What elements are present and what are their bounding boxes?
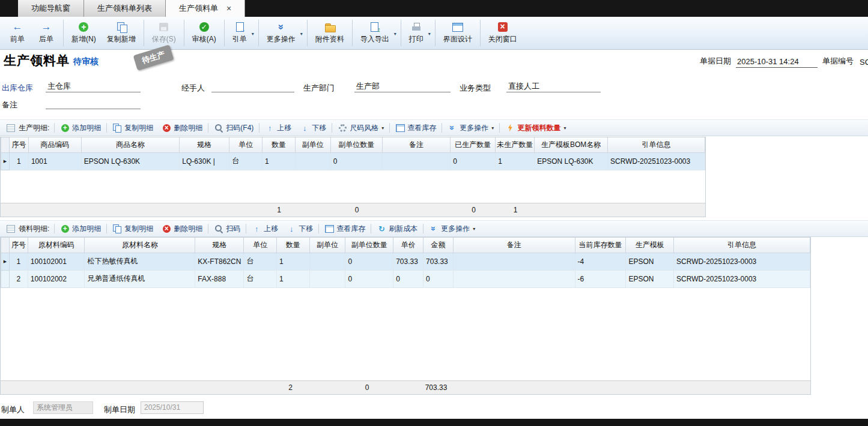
business-type-field[interactable]: 直接人工 <box>506 80 601 92</box>
table-cell[interactable]: 1 <box>496 152 535 170</box>
table-cell[interactable]: EPSON <box>626 270 674 287</box>
column-header[interactable]: 生产模板BOM名称 <box>535 137 608 152</box>
tab-function-nav[interactable]: 功能导航窗 <box>18 0 84 17</box>
doc-date-field[interactable]: 2025-10-31 14:24 <box>736 57 818 68</box>
table-cell[interactable]: LQ-630K | <box>180 152 229 170</box>
table-cell[interactable]: 台 <box>244 270 277 287</box>
table-cell[interactable]: EPSON LQ-630K <box>535 152 608 170</box>
table-cell[interactable]: 703.33 <box>423 253 454 270</box>
table-cell[interactable] <box>309 270 345 287</box>
column-header[interactable]: 单位 <box>229 137 263 152</box>
production-tool-view-stock[interactable]: 查看库存 <box>391 121 440 134</box>
column-header[interactable]: 未生产数量 <box>496 137 535 152</box>
toolbar-button-import-export[interactable]: 导入导出▾ <box>356 19 398 48</box>
material-tool-refresh-cost[interactable]: 刷新成本 <box>372 222 422 235</box>
table-cell[interactable]: KX-FT862CN <box>195 253 244 270</box>
toolbar-button-print[interactable]: 打印▾ <box>404 19 432 48</box>
close-tab-icon[interactable]: × <box>226 4 231 13</box>
material-tool-move-up[interactable]: 上移 <box>247 222 282 235</box>
column-header[interactable]: 备注 <box>454 238 575 253</box>
table-cell[interactable] <box>454 270 575 287</box>
production-tool-move-down[interactable]: 下移 <box>296 121 330 134</box>
table-cell[interactable]: 1 <box>277 270 310 287</box>
table-cell[interactable]: 1 <box>9 253 28 270</box>
table-cell[interactable]: -4 <box>575 253 626 270</box>
column-header[interactable]: 副单位 <box>309 238 345 253</box>
toolbar-button-copy-add[interactable]: 复制新增 <box>102 19 141 48</box>
handler-field[interactable] <box>211 80 294 92</box>
toolbar-button-close-window[interactable]: 关闭窗口 <box>484 19 522 48</box>
column-header[interactable]: 生产模板 <box>626 238 674 253</box>
warehouse-field[interactable]: 主仓库 <box>46 80 141 92</box>
table-cell[interactable] <box>454 253 575 270</box>
column-header[interactable]: 原材料编码 <box>28 238 85 253</box>
toolbar-button-more-actions[interactable]: 更多操作▾ <box>262 19 304 48</box>
tab-requisition-form[interactable]: 生产领料单 × <box>166 0 245 17</box>
toolbar-button-next[interactable]: 后单 <box>32 19 60 48</box>
column-header[interactable]: 已生产数量 <box>451 137 496 152</box>
column-header[interactable]: 引单信息 <box>674 238 810 253</box>
column-header[interactable]: 序号 <box>9 238 28 253</box>
doc-no-field[interactable]: SC <box>858 58 868 68</box>
column-header[interactable]: 金额 <box>423 238 454 253</box>
column-header[interactable]: 副单位数量 <box>330 137 382 152</box>
column-header[interactable]: 副单位 <box>295 137 330 152</box>
production-tool-more-ops[interactable]: 更多操作▾ <box>443 121 498 134</box>
table-cell[interactable]: 1001 <box>28 152 81 170</box>
table-cell[interactable]: 0 <box>451 152 496 170</box>
material-tool-more-ops[interactable]: 更多操作▾ <box>425 222 479 235</box>
table-cell[interactable] <box>309 253 345 270</box>
column-header[interactable]: 规格 <box>195 238 244 253</box>
production-tool-scan[interactable]: 扫码(F4) <box>210 121 258 134</box>
remark-field[interactable] <box>46 97 141 109</box>
table-cell[interactable]: 0 <box>423 270 454 287</box>
material-tool-delete-detail[interactable]: 删除明细 <box>157 222 207 235</box>
table-cell[interactable]: EPSON LQ-630K <box>81 152 180 170</box>
column-header[interactable]: 数量 <box>277 238 310 253</box>
toolbar-button-pull-order[interactable]: 引单▾ <box>228 19 255 48</box>
table-cell[interactable]: 松下热敏传真机 <box>85 253 195 270</box>
production-tool-move-up[interactable]: 上移 <box>261 121 296 134</box>
table-cell[interactable]: 台 <box>244 253 277 270</box>
production-tool-update-qty[interactable]: 更新领料数量▾ <box>501 121 570 134</box>
toolbar-button-ui-design[interactable]: 界面设计 <box>439 19 477 48</box>
column-header[interactable]: 数量 <box>263 137 296 152</box>
production-tool-add-detail[interactable]: 添加明细 <box>56 121 105 134</box>
column-header[interactable]: 规格 <box>180 137 229 152</box>
table-cell[interactable]: 703.33 <box>393 253 423 270</box>
table-cell[interactable]: -6 <box>575 270 626 287</box>
table-cell[interactable]: 100102001 <box>28 253 85 270</box>
table-cell[interactable]: 0 <box>345 270 393 287</box>
production-tool-size-style[interactable]: 尺码风格▾ <box>333 121 388 134</box>
column-header[interactable]: 引单信息 <box>608 137 705 152</box>
table-cell[interactable]: 1 <box>277 253 310 270</box>
column-header[interactable]: 商品名称 <box>81 137 180 152</box>
table-row[interactable]: 1100102001松下热敏传真机KX-FT862CN台10703.33703.… <box>1 253 810 270</box>
column-header[interactable]: 单位 <box>244 238 277 253</box>
material-tool-copy-detail[interactable]: 复制明细 <box>108 222 157 235</box>
column-header[interactable]: 序号 <box>9 137 28 152</box>
column-header[interactable]: 单价 <box>393 238 423 253</box>
toolbar-button-prev[interactable]: 前单 <box>4 19 31 48</box>
column-header[interactable]: 副单位数量 <box>345 238 393 253</box>
table-cell[interactable] <box>382 152 451 170</box>
table-row[interactable]: 11001EPSON LQ-630KLQ-630K |台1001EPSON LQ… <box>1 152 705 170</box>
table-cell[interactable]: 100102002 <box>28 270 85 287</box>
table-cell[interactable]: EPSON <box>626 253 674 270</box>
table-cell[interactable]: 台 <box>229 152 263 170</box>
production-tool-delete-detail[interactable]: 删除明细 <box>157 121 207 134</box>
production-dept-field[interactable]: 生产部 <box>354 80 451 92</box>
toolbar-button-add[interactable]: 新增(N) <box>67 19 101 48</box>
material-tool-view-stock[interactable]: 查看库存 <box>320 222 369 235</box>
material-tool-scan[interactable]: 扫码 <box>210 222 244 235</box>
production-tool-copy-detail[interactable]: 复制明细 <box>108 121 157 134</box>
column-header[interactable]: 商品编码 <box>28 137 81 152</box>
column-header[interactable]: 原材料名称 <box>85 238 195 253</box>
table-cell[interactable]: 0 <box>345 253 393 270</box>
table-cell[interactable]: 0 <box>330 152 382 170</box>
material-tool-add-detail[interactable]: 添加明细 <box>56 222 105 235</box>
table-cell[interactable]: SCRWD-20251023-0003 <box>674 270 810 287</box>
tab-requisition-list[interactable]: 生产领料单列表 <box>84 0 166 17</box>
table-cell[interactable]: 1 <box>263 152 296 170</box>
table-cell[interactable]: SCRWD-20251023-0003 <box>674 253 810 270</box>
